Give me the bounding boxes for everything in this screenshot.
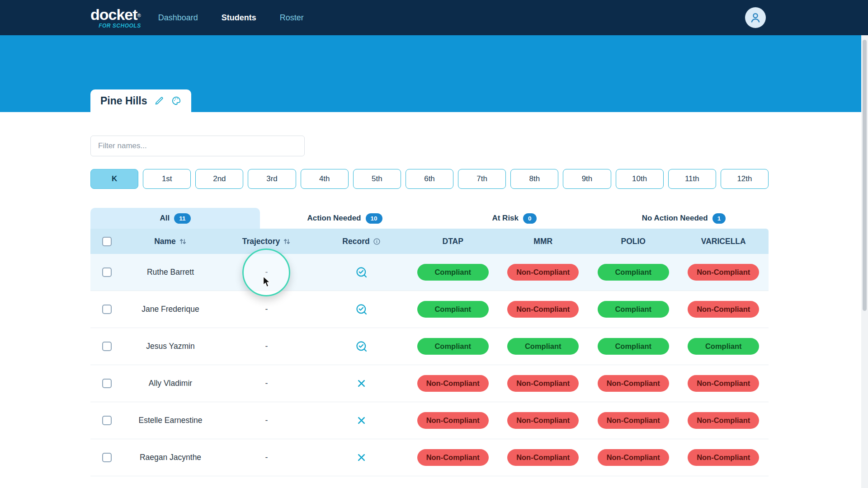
row-checkbox[interactable] (102, 342, 112, 351)
student-name: Ally Vladimir (123, 379, 218, 388)
page-scrollbar[interactable] (861, 35, 868, 488)
tab-label: At Risk (492, 214, 519, 223)
trajectory-value: - (218, 416, 315, 425)
row-checkbox[interactable] (102, 379, 112, 388)
column-header-name[interactable]: Name (123, 237, 218, 246)
table-row: Jesus Yazmin - Compliant Compliant Compl… (90, 328, 769, 365)
student-name: Estelle Earnestine (123, 416, 218, 425)
grade-button-10th[interactable]: 10th (616, 169, 664, 189)
status-pill-varicella: Non-Compliant (688, 301, 759, 318)
grade-button-3rd[interactable]: 3rd (248, 169, 296, 189)
grade-button-8th[interactable]: 8th (510, 169, 558, 189)
grade-button-4th[interactable]: 4th (301, 169, 349, 189)
status-pill-mmr: Non-Compliant (507, 449, 579, 466)
status-pill-polio: Compliant (598, 338, 669, 355)
record-cell[interactable] (315, 378, 408, 389)
user-icon (749, 11, 762, 24)
status-pill-varicella: Non-Compliant (688, 412, 759, 429)
column-header-varicella: VARICELLA (679, 237, 769, 246)
tab-all[interactable]: All11 (90, 208, 260, 229)
record-cell[interactable] (315, 340, 408, 353)
grade-button-2nd[interactable]: 2nd (195, 169, 243, 189)
status-pill-varicella: Non-Compliant (688, 375, 759, 392)
theme-button[interactable] (171, 96, 181, 106)
select-all-checkbox[interactable] (102, 237, 112, 246)
info-icon[interactable] (373, 238, 381, 245)
status-pill-dtap: Compliant (417, 264, 489, 281)
table-row: Ally Vladimir - Non-Compliant Non-Compli… (90, 365, 769, 402)
grade-button-k[interactable]: K (90, 169, 138, 189)
palette-icon (171, 96, 181, 106)
nav-item-students[interactable]: Students (222, 13, 256, 23)
grade-button-1st[interactable]: 1st (143, 169, 191, 189)
grade-button-6th[interactable]: 6th (406, 169, 453, 189)
x-icon (356, 415, 367, 426)
row-checkbox[interactable] (102, 267, 112, 277)
column-header-record: Record (315, 237, 408, 246)
row-checkbox[interactable] (102, 305, 112, 314)
tab-no-action-needed[interactable]: No Action Needed1 (599, 208, 769, 229)
column-header-polio: POLIO (588, 237, 679, 246)
record-cell[interactable] (315, 303, 408, 316)
main-nav: DashboardStudentsRoster (158, 13, 304, 23)
x-icon (356, 378, 367, 389)
grade-button-5th[interactable]: 5th (353, 169, 401, 189)
table-header: Name Trajectory Record (90, 229, 769, 254)
grade-button-9th[interactable]: 9th (563, 169, 611, 189)
status-pill-mmr: Non-Compliant (507, 264, 579, 281)
table-row: Raegan Jacynthe - Non-Compliant Non-Comp… (90, 439, 769, 476)
edit-school-button[interactable] (155, 96, 164, 106)
tab-action-needed[interactable]: Action Needed10 (260, 208, 429, 229)
grade-button-7th[interactable]: 7th (458, 169, 506, 189)
tab-count-badge: 10 (366, 213, 382, 224)
column-header-trajectory[interactable]: Trajectory (218, 237, 315, 246)
row-checkbox[interactable] (102, 416, 112, 425)
sort-icon (283, 238, 291, 245)
grade-filter-bar: K1st2nd3rd4th5th6th7th8th9th10th11th12th (90, 169, 769, 189)
record-cell[interactable] (315, 266, 408, 279)
filter-names-input[interactable] (90, 136, 305, 156)
sort-icon (179, 238, 187, 245)
scrollbar-thumb[interactable] (863, 40, 867, 311)
row-checkbox[interactable] (102, 453, 112, 462)
tab-count-badge: 0 (523, 213, 537, 224)
students-table: Name Trajectory Record (90, 229, 769, 476)
status-pill-dtap: Compliant (417, 301, 489, 318)
tab-count-badge: 11 (174, 213, 190, 224)
record-cell[interactable] (315, 415, 408, 426)
school-tab[interactable]: Pine Hills (90, 89, 191, 112)
tab-label: No Action Needed (642, 214, 708, 223)
main-content: K1st2nd3rd4th5th6th7th8th9th10th11th12th… (0, 136, 769, 476)
trajectory-value: - (218, 342, 315, 351)
status-pill-varicella: Non-Compliant (688, 264, 759, 281)
status-pill-polio: Non-Compliant (598, 375, 669, 392)
status-pill-varicella: Compliant (688, 338, 759, 355)
tab-at-risk[interactable]: At Risk0 (429, 208, 599, 229)
status-pill-mmr: Non-Compliant (507, 375, 579, 392)
status-pill-dtap: Non-Compliant (417, 412, 489, 429)
avatar[interactable] (745, 7, 766, 28)
status-pill-polio: Compliant (598, 301, 669, 318)
column-header-mmr: MMR (498, 237, 589, 246)
trajectory-value: - (218, 379, 315, 388)
status-pill-polio: Non-Compliant (598, 412, 669, 429)
nav-item-dashboard[interactable]: Dashboard (158, 13, 198, 23)
tab-count-badge: 1 (712, 213, 726, 224)
table-row: Jane Frederique - Compliant Non-Complian… (90, 291, 769, 328)
grade-button-12th[interactable]: 12th (721, 169, 769, 189)
student-name: Jane Frederique (123, 305, 218, 314)
status-pill-dtap: Non-Compliant (417, 449, 489, 466)
student-name: Ruthe Barrett (123, 267, 218, 277)
table-row: Ruthe Barrett - Compliant Non-Compliant … (90, 254, 769, 291)
check-circle-icon (355, 340, 368, 353)
docket-logo[interactable]: docket® FOR SCHOOLS (90, 7, 141, 28)
record-cell[interactable] (315, 452, 408, 463)
status-pill-mmr: Non-Compliant (507, 412, 579, 429)
trajectory-value: - (218, 267, 315, 277)
check-circle-icon (355, 266, 368, 279)
column-header-dtap: DTAP (408, 237, 498, 246)
banner: Pine Hills (0, 35, 868, 112)
table-row: Estelle Earnestine - Non-Compliant Non-C… (90, 402, 769, 439)
grade-button-11th[interactable]: 11th (668, 169, 716, 189)
nav-item-roster[interactable]: Roster (280, 13, 304, 23)
